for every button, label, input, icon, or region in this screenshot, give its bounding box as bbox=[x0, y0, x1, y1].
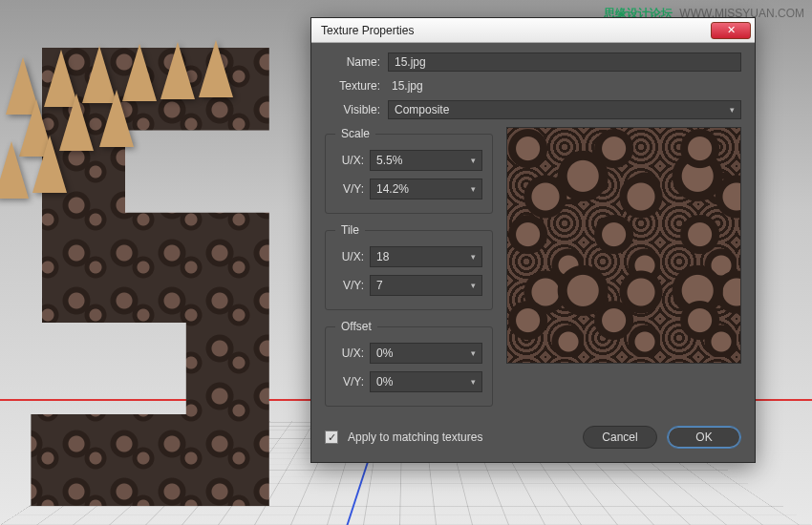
scale-ux-label: U/X: bbox=[335, 154, 364, 167]
chevron-down-icon: ▾ bbox=[471, 348, 476, 358]
offset-ux-input[interactable]: 0% ▾ bbox=[370, 343, 482, 364]
texture-value: 15.jpg bbox=[388, 79, 423, 93]
visible-select-value: Composite bbox=[395, 103, 449, 116]
offset-legend: Offset bbox=[335, 320, 377, 333]
ok-button[interactable]: OK bbox=[667, 426, 741, 449]
tile-vy-label: V/Y: bbox=[335, 279, 364, 292]
scale-vy-label: V/Y: bbox=[335, 182, 364, 196]
offset-vy-label: V/Y: bbox=[335, 375, 364, 388]
tile-vy-input[interactable]: 7 ▾ bbox=[370, 275, 482, 296]
offset-group: Offset U/X: 0% ▾ V/Y: 0% ▾ bbox=[325, 320, 493, 407]
close-button[interactable]: ✕ bbox=[711, 22, 751, 39]
apply-matching-checkbox[interactable]: ✓ bbox=[325, 430, 338, 444]
chevron-down-icon: ▾ bbox=[730, 105, 735, 115]
chevron-down-icon: ▾ bbox=[471, 281, 476, 290]
cancel-button[interactable]: Cancel bbox=[583, 426, 657, 449]
chevron-down-icon: ▾ bbox=[471, 377, 476, 387]
visible-label: Visible: bbox=[325, 103, 380, 116]
apply-matching-label: Apply to matching textures bbox=[348, 430, 573, 444]
texture-properties-dialog: Texture Properties ✕ Name: Texture: 15.j… bbox=[310, 17, 756, 463]
chevron-down-icon: ▾ bbox=[471, 156, 476, 165]
scale-group: Scale U/X: 5.5% ▾ V/Y: 14.2% ▾ bbox=[325, 127, 493, 214]
tile-legend: Tile bbox=[335, 223, 365, 237]
spikes-group bbox=[0, 0, 287, 153]
chevron-down-icon: ▾ bbox=[471, 184, 476, 194]
texture-label: Texture: bbox=[325, 79, 380, 93]
tile-group: Tile U/X: 18 ▾ V/Y: 7 ▾ bbox=[325, 223, 493, 310]
visible-select[interactable]: Composite ▾ bbox=[388, 100, 741, 119]
name-input[interactable] bbox=[388, 52, 741, 72]
name-label: Name: bbox=[325, 55, 380, 69]
offset-vy-input[interactable]: 0% ▾ bbox=[370, 371, 482, 392]
scale-legend: Scale bbox=[335, 127, 375, 140]
close-icon: ✕ bbox=[727, 24, 736, 36]
tile-ux-label: U/X: bbox=[335, 250, 364, 263]
chevron-down-icon: ▾ bbox=[471, 252, 476, 262]
scale-ux-input[interactable]: 5.5% ▾ bbox=[370, 150, 482, 171]
tile-ux-input[interactable]: 18 ▾ bbox=[370, 246, 482, 267]
dialog-titlebar[interactable]: Texture Properties ✕ bbox=[311, 18, 755, 43]
dialog-title: Texture Properties bbox=[321, 24, 711, 37]
texture-preview bbox=[506, 127, 741, 364]
scale-vy-input[interactable]: 14.2% ▾ bbox=[370, 178, 482, 200]
offset-ux-label: U/X: bbox=[335, 346, 364, 360]
